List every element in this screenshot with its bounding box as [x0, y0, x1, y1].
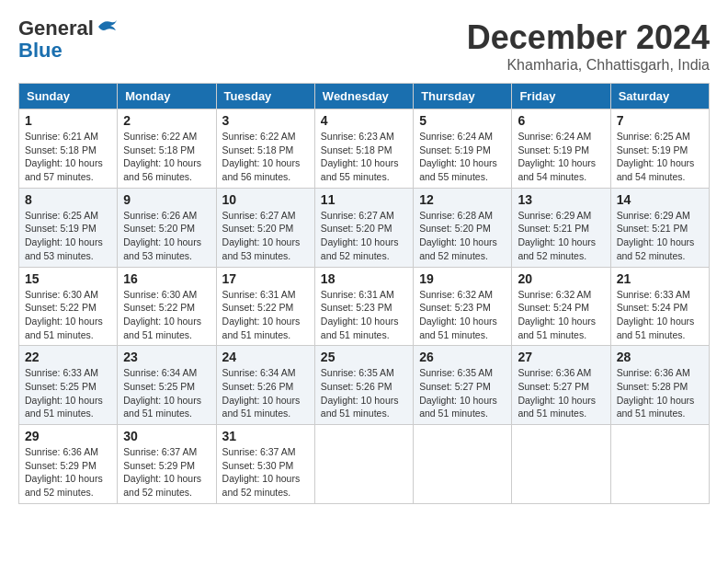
- day-info: Sunrise: 6:24 AM Sunset: 5:19 PM Dayligh…: [419, 130, 506, 184]
- day-info: Sunrise: 6:36 AM Sunset: 5:28 PM Dayligh…: [617, 366, 703, 420]
- day-info: Sunrise: 6:25 AM Sunset: 5:19 PM Dayligh…: [25, 209, 111, 263]
- day-number: 19: [419, 271, 506, 286]
- day-info: Sunrise: 6:33 AM Sunset: 5:24 PM Dayligh…: [617, 288, 703, 342]
- calendar-cell: 21 Sunrise: 6:33 AM Sunset: 5:24 PM Dayl…: [610, 267, 709, 346]
- day-info: Sunrise: 6:22 AM Sunset: 5:18 PM Dayligh…: [123, 130, 210, 184]
- day-info: Sunrise: 6:32 AM Sunset: 5:24 PM Dayligh…: [518, 288, 604, 342]
- day-number: 22: [25, 350, 111, 364]
- day-info: Sunrise: 6:29 AM Sunset: 5:21 PM Dayligh…: [518, 209, 604, 263]
- day-info: Sunrise: 6:25 AM Sunset: 5:19 PM Dayligh…: [617, 130, 703, 184]
- day-number: 5: [419, 113, 506, 128]
- header-monday: Monday: [118, 84, 216, 109]
- logo-blue-text: Blue: [18, 39, 129, 63]
- header: General Blue December 2024 Khamharia, Ch…: [18, 18, 710, 74]
- calendar-cell: 22 Sunrise: 6:33 AM Sunset: 5:25 PM Dayl…: [19, 346, 118, 425]
- calendar-cell: 3 Sunrise: 6:22 AM Sunset: 5:18 PM Dayli…: [216, 109, 314, 189]
- calendar-cell: 4 Sunrise: 6:23 AM Sunset: 5:18 PM Dayli…: [314, 109, 413, 189]
- header-thursday: Thursday: [414, 84, 512, 109]
- calendar-cell: 24 Sunrise: 6:34 AM Sunset: 5:26 PM Dayl…: [216, 346, 314, 425]
- day-info: Sunrise: 6:32 AM Sunset: 5:23 PM Dayligh…: [419, 288, 506, 342]
- calendar-cell: 20 Sunrise: 6:32 AM Sunset: 5:24 PM Dayl…: [512, 267, 610, 346]
- day-number: 16: [123, 271, 210, 286]
- location-title: Khamharia, Chhattisgarh, India: [467, 57, 710, 74]
- day-number: 13: [518, 192, 604, 207]
- calendar-cell: 28 Sunrise: 6:36 AM Sunset: 5:28 PM Dayl…: [610, 346, 709, 425]
- calendar-cell: 16 Sunrise: 6:30 AM Sunset: 5:22 PM Dayl…: [118, 267, 216, 346]
- day-number: 26: [419, 350, 506, 364]
- title-area: December 2024 Khamharia, Chhattisgarh, I…: [467, 18, 710, 74]
- calendar-cell: 10 Sunrise: 6:27 AM Sunset: 5:20 PM Dayl…: [216, 188, 314, 267]
- calendar-cell: 19 Sunrise: 6:32 AM Sunset: 5:23 PM Dayl…: [414, 267, 512, 346]
- calendar-cell: 5 Sunrise: 6:24 AM Sunset: 5:19 PM Dayli…: [414, 109, 512, 189]
- calendar-cell: [414, 425, 512, 504]
- calendar-table: SundayMondayTuesdayWednesdayThursdayFrid…: [18, 83, 710, 504]
- calendar-cell: 17 Sunrise: 6:31 AM Sunset: 5:22 PM Dayl…: [216, 267, 314, 346]
- calendar-cell: 8 Sunrise: 6:25 AM Sunset: 5:19 PM Dayli…: [19, 188, 118, 267]
- calendar-cell: 6 Sunrise: 6:24 AM Sunset: 5:19 PM Dayli…: [512, 109, 610, 189]
- day-info: Sunrise: 6:30 AM Sunset: 5:22 PM Dayligh…: [25, 288, 111, 342]
- day-number: 17: [222, 271, 309, 286]
- day-number: 4: [321, 113, 407, 128]
- calendar-cell: 31 Sunrise: 6:37 AM Sunset: 5:30 PM Dayl…: [216, 425, 314, 504]
- day-number: 7: [617, 113, 703, 128]
- day-info: Sunrise: 6:35 AM Sunset: 5:27 PM Dayligh…: [419, 366, 506, 420]
- day-number: 8: [25, 192, 111, 207]
- calendar-cell: 15 Sunrise: 6:30 AM Sunset: 5:22 PM Dayl…: [19, 267, 118, 346]
- calendar-cell: [512, 425, 610, 504]
- calendar-cell: 30 Sunrise: 6:37 AM Sunset: 5:29 PM Dayl…: [118, 425, 216, 504]
- day-number: 29: [25, 429, 111, 443]
- logo-general-text: General: [18, 17, 94, 40]
- header-friday: Friday: [512, 84, 610, 109]
- calendar-cell: 7 Sunrise: 6:25 AM Sunset: 5:19 PM Dayli…: [610, 109, 709, 189]
- calendar-cell: 2 Sunrise: 6:22 AM Sunset: 5:18 PM Dayli…: [118, 109, 216, 189]
- day-number: 21: [617, 271, 703, 286]
- day-info: Sunrise: 6:34 AM Sunset: 5:26 PM Dayligh…: [222, 366, 309, 420]
- calendar-cell: 14 Sunrise: 6:29 AM Sunset: 5:21 PM Dayl…: [610, 188, 709, 267]
- day-info: Sunrise: 6:28 AM Sunset: 5:20 PM Dayligh…: [419, 209, 506, 263]
- day-number: 31: [222, 429, 309, 443]
- day-number: 18: [321, 271, 407, 286]
- day-number: 10: [222, 192, 309, 207]
- day-info: Sunrise: 6:22 AM Sunset: 5:18 PM Dayligh…: [222, 130, 309, 184]
- header-sunday: Sunday: [19, 84, 118, 109]
- logo: General Blue: [18, 18, 129, 69]
- calendar-week-4: 22 Sunrise: 6:33 AM Sunset: 5:25 PM Dayl…: [19, 346, 710, 425]
- day-info: Sunrise: 6:26 AM Sunset: 5:20 PM Dayligh…: [123, 209, 210, 263]
- calendar-header-row: SundayMondayTuesdayWednesdayThursdayFrid…: [19, 84, 710, 109]
- calendar-week-3: 15 Sunrise: 6:30 AM Sunset: 5:22 PM Dayl…: [19, 267, 710, 346]
- calendar-cell: 11 Sunrise: 6:27 AM Sunset: 5:20 PM Dayl…: [314, 188, 413, 267]
- day-number: 28: [617, 350, 703, 364]
- calendar-week-2: 8 Sunrise: 6:25 AM Sunset: 5:19 PM Dayli…: [19, 188, 710, 267]
- day-number: 2: [123, 113, 210, 128]
- calendar-week-5: 29 Sunrise: 6:36 AM Sunset: 5:29 PM Dayl…: [19, 425, 710, 504]
- day-number: 3: [222, 113, 309, 128]
- calendar-cell: 29 Sunrise: 6:36 AM Sunset: 5:29 PM Dayl…: [19, 425, 118, 504]
- calendar-cell: 9 Sunrise: 6:26 AM Sunset: 5:20 PM Dayli…: [118, 188, 216, 267]
- day-info: Sunrise: 6:31 AM Sunset: 5:22 PM Dayligh…: [222, 288, 309, 342]
- calendar-cell: 18 Sunrise: 6:31 AM Sunset: 5:23 PM Dayl…: [314, 267, 413, 346]
- day-info: Sunrise: 6:36 AM Sunset: 5:27 PM Dayligh…: [518, 366, 604, 420]
- calendar-cell: 27 Sunrise: 6:36 AM Sunset: 5:27 PM Dayl…: [512, 346, 610, 425]
- day-info: Sunrise: 6:27 AM Sunset: 5:20 PM Dayligh…: [321, 209, 407, 263]
- calendar-cell: 26 Sunrise: 6:35 AM Sunset: 5:27 PM Dayl…: [414, 346, 512, 425]
- day-number: 6: [518, 113, 604, 128]
- day-info: Sunrise: 6:31 AM Sunset: 5:23 PM Dayligh…: [321, 288, 407, 342]
- day-info: Sunrise: 6:24 AM Sunset: 5:19 PM Dayligh…: [518, 130, 604, 184]
- day-number: 23: [123, 350, 210, 364]
- header-saturday: Saturday: [610, 84, 709, 109]
- calendar-cell: 23 Sunrise: 6:34 AM Sunset: 5:25 PM Dayl…: [118, 346, 216, 425]
- calendar-cell: 12 Sunrise: 6:28 AM Sunset: 5:20 PM Dayl…: [414, 188, 512, 267]
- calendar-cell: 13 Sunrise: 6:29 AM Sunset: 5:21 PM Dayl…: [512, 188, 610, 267]
- calendar-cell: 1 Sunrise: 6:21 AM Sunset: 5:18 PM Dayli…: [19, 109, 118, 189]
- day-info: Sunrise: 6:29 AM Sunset: 5:21 PM Dayligh…: [617, 209, 703, 263]
- day-number: 20: [518, 271, 604, 286]
- day-number: 15: [25, 271, 111, 286]
- day-info: Sunrise: 6:23 AM Sunset: 5:18 PM Dayligh…: [321, 130, 407, 184]
- calendar-week-1: 1 Sunrise: 6:21 AM Sunset: 5:18 PM Dayli…: [19, 109, 710, 189]
- month-title: December 2024: [467, 18, 710, 57]
- day-info: Sunrise: 6:35 AM Sunset: 5:26 PM Dayligh…: [321, 366, 407, 420]
- day-info: Sunrise: 6:27 AM Sunset: 5:20 PM Dayligh…: [222, 209, 309, 263]
- day-info: Sunrise: 6:37 AM Sunset: 5:29 PM Dayligh…: [123, 445, 210, 500]
- header-wednesday: Wednesday: [314, 84, 413, 109]
- day-number: 11: [321, 192, 407, 207]
